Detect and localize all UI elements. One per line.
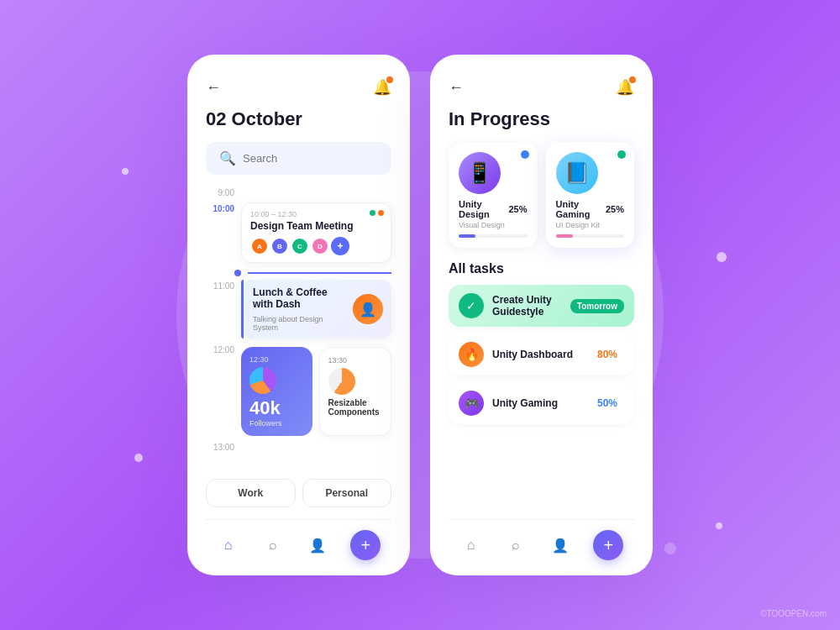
unity-design-row: Unity Design 25% bbox=[459, 199, 528, 219]
unity-gaming-pct: 25% bbox=[606, 204, 624, 214]
right-bell-icon[interactable]: 🔔 bbox=[616, 78, 634, 97]
avatar-2: B bbox=[270, 237, 289, 255]
time-label-1200: 12:00 bbox=[206, 344, 234, 354]
watermark: ©TOOOPEN.com bbox=[760, 609, 827, 618]
left-nav-profile[interactable]: 👤 bbox=[306, 533, 329, 557]
event-status-dots bbox=[370, 210, 384, 216]
event-subtitle-lunch: Talking about Design System bbox=[253, 315, 346, 332]
unity-design-card[interactable]: 📱 Unity Design 25% Visual Design bbox=[449, 142, 538, 248]
followers-time: 12:30 bbox=[249, 355, 304, 364]
lunch-info: Lunch & Coffee with Dash Talking about D… bbox=[253, 286, 346, 332]
task-name-dashboard: Unity Dashboard bbox=[492, 349, 582, 360]
event-title-meeting: Design Team Meeting bbox=[250, 220, 382, 232]
left-nav-home[interactable]: ⌂ bbox=[217, 533, 240, 557]
avatar-3: C bbox=[291, 237, 309, 255]
task-item-gaming[interactable]: 🎮 Unity Gaming 50% bbox=[449, 382, 634, 424]
unity-design-bar-bg bbox=[459, 234, 528, 238]
left-nav-search[interactable]: ⌕ bbox=[261, 533, 285, 557]
components-time: 13:30 bbox=[328, 356, 383, 365]
unity-design-pct: 25% bbox=[508, 204, 527, 214]
followers-card: 12:30 40k Followers bbox=[241, 347, 312, 436]
bell-icon[interactable]: 🔔 bbox=[373, 78, 391, 97]
timeline: 9:00 10:00 10:00 – 12:30 Design Team Mee… bbox=[206, 186, 391, 467]
followers-chart-icon bbox=[249, 367, 276, 394]
unity-gaming-sub: UI Design Kit bbox=[556, 221, 625, 229]
unity-design-sub: Visual Design bbox=[459, 221, 528, 229]
components-card: 13:30 ResizableComponents bbox=[319, 347, 392, 436]
unity-gaming-row: Unity Gaming 25% bbox=[556, 199, 625, 219]
avatar-plus[interactable]: + bbox=[331, 237, 349, 255]
task-badge-guidestyle: Tomorrow bbox=[570, 299, 624, 313]
unity-gaming-bar-bg bbox=[556, 234, 625, 238]
indicator-line bbox=[248, 272, 391, 274]
right-nav-home[interactable]: ⌂ bbox=[459, 533, 483, 557]
orange-dot bbox=[378, 210, 384, 216]
followers-number: 40k bbox=[249, 397, 304, 419]
right-nav-search[interactable]: ⌕ bbox=[504, 533, 528, 557]
unity-gaming-bar bbox=[556, 234, 573, 238]
green-dot bbox=[370, 210, 375, 216]
time-row-1300: 13:00 bbox=[206, 441, 391, 452]
unity-design-bar bbox=[459, 234, 475, 238]
components-chart-icon bbox=[328, 368, 355, 395]
left-nav-plus[interactable]: + bbox=[350, 530, 381, 560]
time-label-1000: 10:00 bbox=[206, 202, 234, 213]
search-input[interactable] bbox=[243, 152, 378, 165]
right-back-arrow[interactable]: ← bbox=[449, 79, 464, 97]
time-row-900: 9:00 bbox=[206, 186, 391, 197]
right-nav-plus[interactable]: + bbox=[593, 530, 623, 560]
timeline-indicator bbox=[206, 270, 391, 276]
avatar-1: A bbox=[250, 237, 269, 255]
unity-design-name: Unity Design bbox=[459, 199, 508, 219]
fire-icon: 🔥 bbox=[465, 348, 479, 361]
event-time-range: 10:00 – 12:30 bbox=[250, 210, 382, 218]
left-phone-card: ← 🔔 02 October 🔍 9:00 10:00 bbox=[187, 55, 410, 575]
unity-gaming-name: Unity Gaming bbox=[556, 199, 606, 219]
task-check-icon-wrap: ✓ bbox=[459, 293, 484, 318]
left-card-header: ← 🔔 bbox=[206, 78, 391, 97]
unity-design-dot bbox=[521, 150, 529, 159]
time-label-1100: 11:00 bbox=[206, 280, 234, 291]
indicator-dot bbox=[234, 270, 241, 276]
time-row-1200: 12:00 12:30 40k Followers 13:30 Resizabl… bbox=[206, 344, 391, 436]
unity-gaming-card[interactable]: 📘 Unity Gaming 25% UI Design Kit bbox=[546, 142, 635, 248]
search-bar[interactable]: 🔍 bbox=[206, 142, 391, 175]
in-progress-title: In Progress bbox=[449, 108, 634, 130]
task-badge-gaming: 50% bbox=[591, 395, 624, 412]
time-row-1100: 11:00 Lunch & Coffee with Dash Talking a… bbox=[206, 280, 391, 339]
task-name-gaming: Unity Gaming bbox=[492, 397, 582, 409]
unity-gaming-mascot: 📘 bbox=[556, 152, 598, 194]
back-arrow-icon[interactable]: ← bbox=[206, 79, 221, 97]
game-icon: 🎮 bbox=[465, 396, 479, 410]
mini-cards-row: 12:30 40k Followers 13:30 ResizableCompo… bbox=[241, 347, 391, 436]
event-design-meeting[interactable]: 10:00 – 12:30 Design Team Meeting A B C … bbox=[241, 202, 391, 263]
followers-label: Followers bbox=[249, 419, 304, 428]
task-game-icon-wrap: 🎮 bbox=[459, 391, 484, 416]
tab-personal[interactable]: Personal bbox=[302, 479, 392, 507]
unity-gaming-dot bbox=[617, 150, 626, 159]
search-icon: 🔍 bbox=[219, 150, 236, 166]
task-item-dashboard[interactable]: 🔥 Unity Dashboard 80% bbox=[449, 333, 634, 375]
attendee-avatars: A B C D + bbox=[250, 237, 382, 255]
tab-work[interactable]: Work bbox=[206, 479, 296, 507]
tab-buttons: Work Personal bbox=[206, 479, 391, 507]
task-name-guidestyle: Create UnityGuidestyle bbox=[492, 294, 562, 318]
task-badge-dashboard: 80% bbox=[591, 346, 624, 363]
task-item-guidestyle[interactable]: ✓ Create UnityGuidestyle Tomorrow bbox=[449, 285, 634, 327]
time-row-1000: 10:00 10:00 – 12:30 Design Team Meeting … bbox=[206, 202, 391, 263]
event-lunch[interactable]: Lunch & Coffee with Dash Talking about D… bbox=[241, 280, 391, 339]
lunch-bar bbox=[241, 280, 244, 339]
right-phone-card: ← 🔔 In Progress 📱 Unity Design 25% Visua… bbox=[430, 55, 653, 575]
lunch-person-avatar: 👤 bbox=[353, 294, 383, 324]
components-title: ResizableComponents bbox=[328, 398, 383, 417]
right-nav-profile[interactable]: 👤 bbox=[549, 533, 572, 557]
date-title: 02 October bbox=[206, 108, 391, 130]
right-bottom-nav: ⌂ ⌕ 👤 + bbox=[449, 519, 634, 560]
right-card-header: ← 🔔 bbox=[449, 78, 634, 97]
right-notification-dot bbox=[629, 76, 636, 83]
cards-container: ← 🔔 02 October 🔍 9:00 10:00 bbox=[187, 55, 653, 575]
unity-design-mascot: 📱 bbox=[459, 152, 501, 194]
left-bottom-nav: ⌂ ⌕ 👤 + bbox=[206, 519, 391, 560]
check-icon: ✓ bbox=[466, 299, 476, 312]
in-progress-cards: 📱 Unity Design 25% Visual Design 📘 Unity… bbox=[449, 142, 634, 248]
